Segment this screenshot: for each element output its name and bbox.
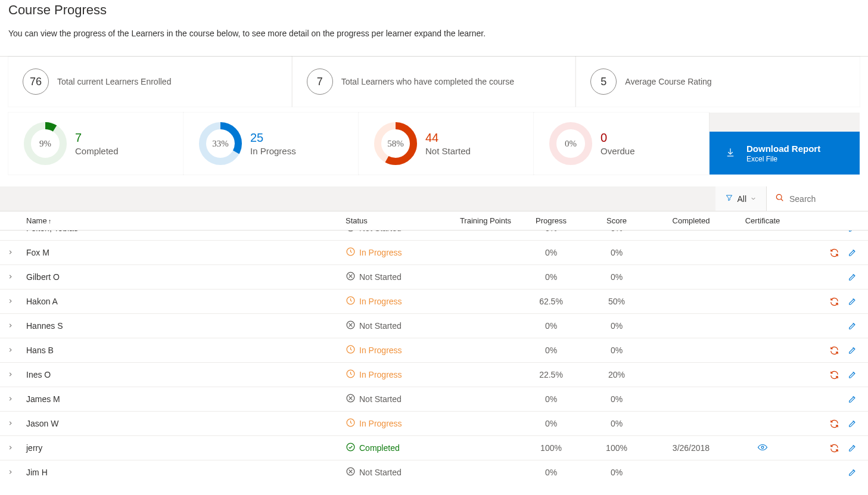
search-input[interactable] [789, 194, 861, 204]
expand-chevron-icon[interactable] [7, 370, 14, 379]
expand-chevron-icon[interactable] [7, 419, 14, 428]
status-icon [346, 320, 356, 332]
status-icon [346, 271, 356, 283]
filter-icon [725, 194, 733, 204]
search-box[interactable] [767, 186, 868, 211]
expand-chevron-icon[interactable] [7, 321, 14, 331]
expand-chevron-icon[interactable] [7, 443, 14, 453]
edit-icon[interactable] [848, 248, 857, 258]
learner-name: Feiten, Tobias [24, 231, 346, 233]
table-row: Ines O In Progress 22.5% 20% [0, 363, 868, 387]
progress-cell: 100% [518, 443, 584, 453]
edit-icon[interactable] [848, 297, 857, 307]
refresh-icon[interactable] [829, 345, 839, 356]
col-header-points[interactable]: Training Points [453, 216, 518, 225]
col-header-cert[interactable]: Certificate [733, 216, 792, 225]
status-text: In Progress [359, 370, 402, 379]
score-cell: 0% [584, 419, 649, 428]
score-cell: 0% [584, 231, 649, 233]
table-row: Hannes S Not Started 0% 0% [0, 314, 868, 338]
learners-table: Name↑ Status Training Points Progress Sc… [0, 211, 868, 478]
refresh-icon[interactable] [829, 443, 839, 453]
edit-icon[interactable] [848, 468, 857, 477]
col-header-score[interactable]: Score [584, 216, 649, 225]
refresh-icon[interactable] [829, 248, 839, 258]
enrolled-label: Total current Learners Enrolled [57, 77, 171, 86]
completed-num: 7 [75, 131, 119, 145]
score-cell: 0% [584, 345, 649, 355]
status-tile-notstarted[interactable]: 58% 44 Not Started [359, 113, 534, 175]
expand-chevron-icon[interactable] [7, 394, 14, 404]
learner-name: Gilbert O [24, 272, 346, 282]
status-tile-overdue[interactable]: 0% 0 Overdue [534, 113, 709, 175]
col-header-progress[interactable]: Progress [518, 216, 584, 225]
table-row: Feiten, Tobias Not Started 0% 0% [0, 231, 868, 241]
refresh-icon[interactable] [829, 297, 839, 307]
svg-point-22 [347, 443, 354, 451]
edit-icon[interactable] [848, 272, 857, 282]
expand-chevron-icon[interactable] [7, 248, 14, 257]
expand-chevron-icon[interactable] [7, 468, 14, 477]
expand-chevron-icon[interactable] [7, 231, 14, 233]
progress-cell: 0% [518, 394, 584, 404]
table-row: Hans B In Progress 0% 0% [0, 338, 868, 363]
score-cell: 0% [584, 272, 649, 282]
table-row: Fox M In Progress 0% 0% [0, 241, 868, 265]
filter-all-label: All [737, 194, 746, 204]
edit-icon[interactable] [848, 321, 857, 331]
score-cell: 20% [584, 370, 649, 379]
status-cell: Completed [346, 442, 453, 454]
status-cell: Not Started [346, 466, 453, 478]
completed-label: Total Learners who have completed the co… [341, 77, 514, 86]
notstarted-donut: 58% [373, 121, 418, 166]
enrolled-count: 76 [23, 69, 49, 95]
progress-cell: 0% [518, 468, 584, 477]
learner-name: Jason W [24, 419, 346, 428]
col-header-name[interactable]: Name↑ [24, 216, 346, 225]
status-icon [346, 344, 356, 356]
summary-card-completed: 7 Total Learners who have completed the … [292, 57, 576, 107]
svg-text:0%: 0% [565, 139, 577, 148]
expand-chevron-icon[interactable] [7, 345, 14, 355]
expand-chevron-icon[interactable] [7, 297, 14, 306]
download-report-button[interactable]: Download Report Excel File [710, 132, 860, 175]
status-text: Not Started [359, 394, 402, 404]
expand-chevron-icon[interactable] [7, 272, 14, 282]
edit-icon[interactable] [848, 231, 857, 233]
table-row: Hakon A In Progress 62.5% 50% [0, 289, 868, 314]
col-header-status[interactable]: Status [346, 216, 453, 225]
refresh-icon[interactable] [829, 370, 839, 380]
status-text: In Progress [359, 419, 402, 428]
learner-name: Hakon A [24, 297, 346, 306]
inprogress-status-label: In Progress [250, 146, 296, 156]
filter-all-button[interactable]: All [715, 186, 767, 211]
edit-icon[interactable] [848, 419, 857, 429]
status-tile-completed[interactable]: 9% 7 Completed [8, 113, 183, 175]
learner-name: Hannes S [24, 321, 346, 331]
status-tile-inprogress[interactable]: 33% 25 In Progress [183, 113, 359, 175]
view-certificate-icon[interactable] [757, 442, 768, 453]
progress-cell: 0% [518, 248, 584, 257]
table-row: Jason W In Progress 0% 0% [0, 412, 868, 436]
sort-asc-icon: ↑ [48, 217, 52, 225]
table-header: Name↑ Status Training Points Progress Sc… [0, 211, 868, 231]
progress-cell: 0% [518, 345, 584, 355]
inprogress-num: 25 [250, 131, 296, 145]
edit-icon[interactable] [848, 394, 857, 404]
svg-text:9%: 9% [39, 139, 51, 148]
completed-donut: 9% [23, 121, 68, 166]
score-cell: 0% [584, 248, 649, 257]
score-cell: 50% [584, 297, 649, 306]
learner-name: James M [24, 394, 346, 404]
score-cell: 100% [584, 443, 649, 453]
learner-name: Jim H [24, 468, 346, 477]
edit-icon[interactable] [848, 370, 857, 380]
status-row: 9% 7 Completed 33% 25 In Progress 58% 44… [8, 113, 860, 175]
edit-icon[interactable] [848, 345, 857, 356]
status-icon [346, 418, 356, 429]
svg-point-23 [761, 446, 764, 449]
refresh-icon[interactable] [829, 419, 839, 429]
progress-cell: 62.5% [518, 297, 584, 306]
edit-icon[interactable] [848, 443, 857, 453]
col-header-completed[interactable]: Completed [649, 216, 733, 225]
